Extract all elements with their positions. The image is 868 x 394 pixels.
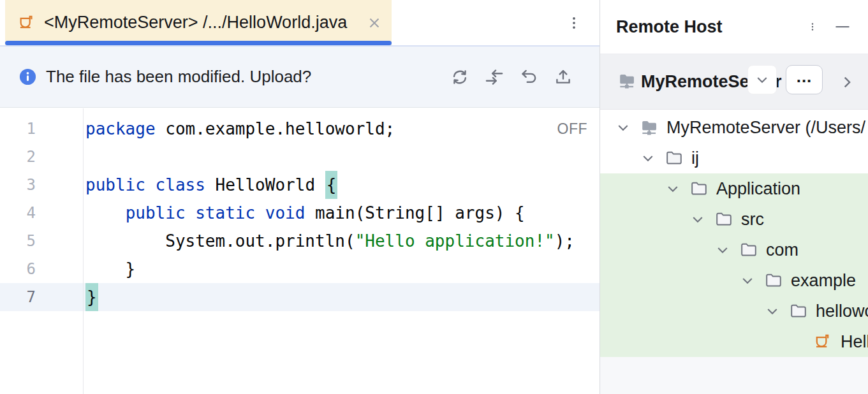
active-tab-indicator [5, 41, 392, 45]
sync-button[interactable] [450, 67, 470, 87]
tree-item-label: Application [716, 179, 800, 199]
panel-options-kebab-button[interactable] [808, 16, 817, 38]
folder-icon [665, 149, 684, 168]
tree-item-helloworld-java[interactable]: HelloWorld.java [600, 326, 868, 357]
code-line[interactable]: 4 public static void main(String[] args)… [0, 199, 600, 227]
code-editor[interactable]: 1package com.example.helloworld;OFF23pub… [0, 108, 600, 311]
tree-item-example[interactable]: example [600, 265, 868, 296]
code-segment-plain: com.example.helloworld; [156, 115, 395, 143]
tree-item-label: src [741, 210, 764, 230]
code-segment-brace: } [85, 283, 98, 311]
code-segment-keyword: public class [85, 171, 205, 199]
banner-message: The file has been modified. Upload? [46, 67, 311, 87]
code-segment-keyword: public static void [126, 199, 305, 227]
code-text[interactable]: public class HelloWorld { [83, 171, 600, 199]
browse-button[interactable]: ... [786, 65, 823, 94]
folder-icon [689, 179, 709, 198]
opposite-arrows-button[interactable] [484, 67, 504, 87]
editor-tab-title: <MyRemoteServer> /.../HelloWorld.java [44, 13, 347, 33]
line-number: 1 [0, 115, 83, 143]
minimize-icon[interactable] [834, 18, 851, 36]
editor-tab-bar: <MyRemoteServer> /.../HelloWorld.java [0, 0, 600, 45]
tree-indent-spacer [790, 334, 805, 349]
remote-host-tree: MyRemoteServer (/Users/ijApplicationsrcc… [600, 110, 868, 394]
gutter-divider [83, 108, 84, 394]
tree-item-com[interactable]: com [600, 235, 868, 265]
browse-button-label: ... [797, 67, 813, 87]
remote-host-toolbar: MyRemoteServer ... [600, 54, 868, 110]
code-segment-plain: ); [555, 227, 575, 255]
code-text[interactable]: } [83, 283, 600, 311]
editor-pane: <MyRemoteServer> /.../HelloWorld.java Th… [0, 0, 600, 394]
tree-item-myremoteserver-users[interactable]: MyRemoteServer (/Users/ [600, 112, 868, 143]
folder-icon [764, 271, 783, 290]
remote-host-header: Remote Host [600, 0, 868, 54]
line-number: 6 [0, 255, 83, 283]
code-text[interactable]: System.out.println("Hello application!")… [83, 227, 600, 255]
tree-item-label: HelloWorld.java [841, 332, 868, 352]
info-icon [19, 68, 36, 85]
code-line[interactable]: 2 [0, 143, 600, 171]
tree-item-src[interactable]: src [600, 204, 868, 235]
chevron-right-icon[interactable] [839, 74, 855, 91]
editor-tab-helloworld[interactable]: <MyRemoteServer> /.../HelloWorld.java [5, 0, 392, 45]
code-line[interactable]: 6 } [0, 255, 600, 283]
tree-item-application[interactable]: Application [600, 173, 868, 204]
chevron-down-icon[interactable] [665, 181, 680, 196]
server-dropdown-button[interactable] [747, 65, 777, 94]
chevron-down-icon[interactable] [765, 303, 780, 319]
folder-icon [789, 302, 808, 321]
tree-item-label: MyRemoteServer (/Users/ [666, 118, 865, 138]
code-segment-plain [85, 199, 126, 227]
chevron-down-icon[interactable] [615, 120, 631, 135]
code-text[interactable] [83, 143, 600, 171]
folder-icon [714, 210, 733, 229]
code-text[interactable]: public static void main(String[] args) { [83, 199, 600, 227]
tree-item-label: helloworld [816, 302, 868, 321]
folder-icon [739, 240, 758, 259]
tab-options-kebab-button[interactable] [567, 11, 581, 35]
code-text[interactable]: } [83, 255, 600, 283]
code-line[interactable]: 1package com.example.helloworld;OFF [0, 115, 600, 143]
remote-server-icon [640, 118, 659, 137]
tree-item-ij[interactable]: ij [600, 143, 868, 173]
java-cup-icon [814, 332, 833, 351]
code-segment-string: "Hello application!" [355, 227, 555, 255]
chevron-down-icon[interactable] [690, 212, 705, 227]
line-number: 3 [0, 171, 83, 199]
tree-item-label: com [766, 240, 798, 260]
java-cup-icon [18, 13, 36, 32]
code-segment-plain: HelloWorld [205, 171, 325, 199]
code-segment-brace: { [325, 171, 338, 199]
tree-item-helloworld[interactable]: helloworld [600, 296, 868, 326]
undo-button[interactable] [519, 67, 539, 87]
code-segment-keyword: package [85, 115, 156, 143]
line-number: 5 [0, 227, 83, 255]
chevron-down-icon[interactable] [640, 150, 656, 166]
code-segment-plain: } [85, 255, 135, 283]
line-number: 2 [0, 143, 83, 171]
chevron-down-icon[interactable] [740, 273, 755, 288]
code-segment-plain: System.out.println( [85, 227, 355, 255]
remote-host-panel: Remote Host MyRemoteServer ... MyRemoteS… [600, 0, 868, 394]
remote-server-icon [617, 71, 636, 91]
close-icon[interactable] [365, 14, 383, 31]
code-line[interactable]: 5 System.out.println("Hello application!… [0, 227, 600, 255]
line-number: 7 [0, 283, 83, 311]
tree-item-label: example [791, 271, 856, 291]
code-line[interactable]: 3public class HelloWorld { [0, 171, 600, 199]
code-segment-plain: main(String[] args) { [305, 199, 524, 227]
code-text[interactable]: package com.example.helloworld;OFF [83, 115, 600, 143]
panel-title: Remote Host [616, 17, 723, 37]
code-line[interactable]: 7} [0, 283, 600, 311]
file-modified-banner: The file has been modified. Upload? [0, 47, 600, 108]
ide-window: <MyRemoteServer> /.../HelloWorld.java Th… [0, 0, 868, 394]
chevron-down-icon[interactable] [715, 242, 730, 258]
hints-off-badge[interactable]: OFF [557, 115, 588, 143]
chevron-down-icon [754, 72, 770, 87]
line-number: 4 [0, 199, 83, 227]
banner-actions [450, 67, 573, 87]
tree-item-label: ij [691, 149, 699, 168]
upload-button[interactable] [553, 67, 573, 87]
